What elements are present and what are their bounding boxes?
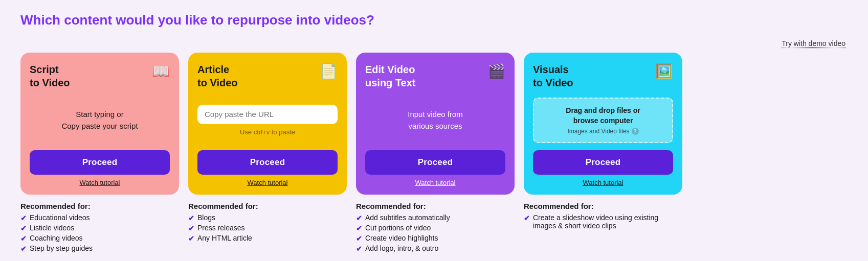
rec-script-list: ✔Educational videos ✔Listicle videos ✔Co… [20, 213, 179, 253]
card-article-title: Article to Video [197, 63, 238, 89]
rec-script: Recommended for: ✔Educational videos ✔Li… [20, 202, 179, 254]
image-icon: 🖼️ [655, 63, 673, 80]
card-edit-video-header: Edit Video using Text 🎬 [365, 63, 505, 89]
list-item: ✔Press releases [188, 224, 347, 232]
rec-edit-video-list: ✔Add subtitles automatically ✔Cut portio… [356, 213, 515, 253]
card-visuals-header: Visuals to Video 🖼️ [533, 63, 673, 89]
list-item: ✔Listicle videos [20, 224, 179, 232]
card-article-body: Use ctrl+v to paste [197, 98, 338, 143]
rec-article-title: Recommended for: [188, 202, 347, 210]
check-icon: ✔ [356, 214, 362, 222]
card-edit-video: Edit Video using Text 🎬 Input video from… [356, 53, 515, 195]
rec-edit-video: Recommended for: ✔Add subtitles automati… [356, 202, 515, 254]
rec-visuals-title: Recommended for: [524, 202, 682, 210]
list-item: ✔Cut portions of video [356, 224, 515, 232]
check-icon: ✔ [188, 224, 194, 232]
upload-subtitle-text: Images and Video files [567, 128, 629, 135]
rec-script-title: Recommended for: [20, 202, 179, 210]
list-item: ✔Add subtitles automatically [356, 213, 515, 222]
film-icon: 🎬 [487, 63, 505, 80]
card-article-header: Article to Video 📄 [197, 63, 338, 89]
url-hint: Use ctrl+v to paste [240, 128, 295, 136]
check-icon: ✔ [20, 214, 27, 222]
rec-article-list: ✔Blogs ✔Press releases ✔Any HTML article [188, 213, 347, 243]
page-title: Which content would you like to repurpos… [20, 12, 848, 28]
rec-visuals-list: ✔Create a slideshow video using existing… [524, 213, 682, 230]
rec-edit-video-title: Recommended for: [356, 202, 515, 210]
check-icon: ✔ [20, 234, 27, 243]
card-visuals-body: Drag and drop files or browse computer I… [533, 98, 673, 143]
article-proceed-button[interactable]: Proceed [197, 150, 338, 175]
visuals-watch-tutorial-link[interactable]: Watch tutorial [533, 179, 673, 186]
list-item: ✔Educational videos [20, 213, 179, 222]
check-icon: ✔ [356, 224, 362, 232]
card-edit-video-body: Input video from various sources [365, 98, 505, 143]
edit-video-proceed-button[interactable]: Proceed [365, 150, 505, 175]
rec-visuals: Recommended for: ✔Create a slideshow vid… [524, 202, 682, 254]
edit-video-watch-tutorial-link[interactable]: Watch tutorial [365, 179, 505, 186]
upload-dropzone[interactable]: Drag and drop files or browse computer I… [533, 98, 673, 143]
card-script-body: Start typing or Copy paste your script [30, 98, 170, 143]
list-item: ✔Blogs [188, 213, 347, 222]
list-item: ✔Add logo, intro, & outro [356, 244, 515, 253]
upload-title: Drag and drop files or browse computer [542, 106, 664, 126]
article-watch-tutorial-link[interactable]: Watch tutorial [197, 179, 338, 186]
check-icon: ✔ [188, 234, 194, 243]
info-icon[interactable]: ? [632, 128, 639, 135]
check-icon: ✔ [356, 245, 362, 253]
document-icon: 📄 [320, 63, 338, 80]
card-script: Script to Video 📖 Start typing or Copy p… [20, 53, 179, 195]
check-icon: ✔ [524, 214, 530, 222]
url-input-wrapper[interactable] [197, 105, 338, 124]
check-icon: ✔ [20, 224, 27, 232]
card-edit-video-description: Input video from various sources [408, 109, 463, 132]
visuals-proceed-button[interactable]: Proceed [533, 150, 673, 175]
cards-row: Script to Video 📖 Start typing or Copy p… [20, 53, 848, 195]
card-script-description: Start typing or Copy paste your script [61, 109, 138, 132]
list-item: ✔Create video highlights [356, 234, 515, 243]
card-edit-video-title: Edit Video using Text [365, 63, 416, 89]
check-icon: ✔ [356, 234, 362, 243]
card-script-title: Script to Video [30, 63, 70, 89]
url-input[interactable] [205, 110, 330, 118]
demo-video-text[interactable]: Try with demo video [782, 39, 845, 48]
check-icon: ✔ [188, 214, 194, 222]
recommendations-row: Recommended for: ✔Educational videos ✔Li… [20, 202, 848, 254]
list-item: ✔Step by step guides [20, 244, 179, 253]
script-proceed-button[interactable]: Proceed [30, 150, 170, 175]
demo-video-link[interactable]: Try with demo video [20, 39, 845, 48]
check-icon: ✔ [20, 245, 27, 253]
book-icon: 📖 [152, 63, 170, 80]
list-item: ✔Any HTML article [188, 234, 347, 243]
upload-subtitle-row: Images and Video files ? [542, 128, 664, 135]
list-item: ✔Coaching videos [20, 234, 179, 243]
card-visuals: Visuals to Video 🖼️ Drag and drop files … [524, 53, 682, 195]
rec-article: Recommended for: ✔Blogs ✔Press releases … [188, 202, 347, 254]
list-item: ✔Create a slideshow video using existing… [524, 213, 682, 230]
card-script-header: Script to Video 📖 [30, 63, 170, 89]
card-article: Article to Video 📄 Use ctrl+v to paste P… [188, 53, 347, 195]
script-watch-tutorial-link[interactable]: Watch tutorial [30, 179, 170, 186]
card-visuals-title: Visuals to Video [533, 63, 573, 89]
